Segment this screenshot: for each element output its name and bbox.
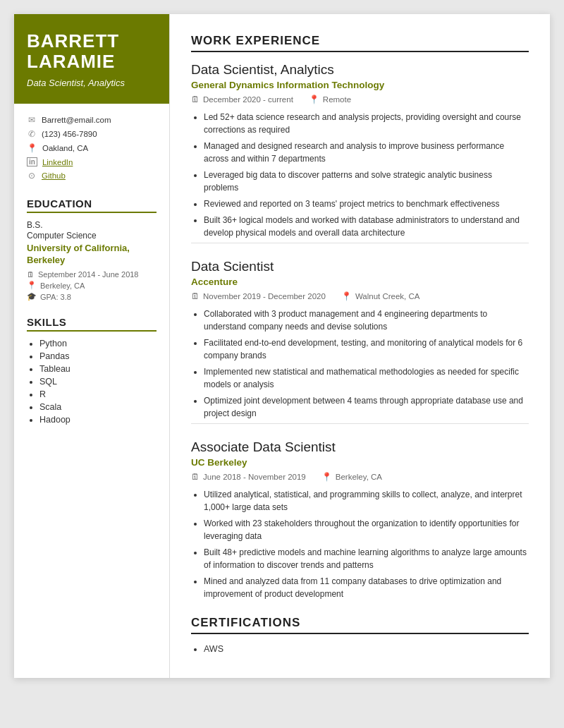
sidebar-header: BARRETTLARAMIE Data Scientist, Analytics [14,14,169,104]
resume-container: BARRETTLARAMIE Data Scientist, Analytics… [14,14,550,678]
sidebar: BARRETTLARAMIE Data Scientist, Analytics… [14,14,169,678]
skill-item: SQL [39,377,157,387]
email-icon: ✉ [27,115,37,125]
calendar-icon: 🗓 [191,472,200,482]
phone-text: (123) 456-7890 [42,130,97,138]
edu-school: University of California, Berkeley [27,243,157,267]
skill-item: Python [39,339,157,348]
education-section: EDUCATION B.S. Computer Science Universi… [14,185,169,303]
calendar-icon: 🗓 [191,95,200,104]
location-text: Oakland, CA [42,144,88,152]
linkedin-item[interactable]: in LinkedIn [27,157,157,166]
calendar-icon: 🗓 [191,291,200,301]
skill-item: Tableau [39,364,157,374]
job-dates: 🗓 November 2019 - December 2020 [191,291,326,301]
location-icon: 📍 [27,143,37,153]
gpa-icon: 🎓 [27,292,37,301]
job-title: Data Scientist [191,259,529,274]
job-company: UC Berkeley [191,457,529,468]
edu-field: Computer Science [27,231,157,241]
job-bullet: Collaborated with 3 product management a… [204,308,529,333]
location-icon: 📍 [309,95,319,104]
job-meta: 🗓 June 2018 - November 2019 📍 Berkeley, … [191,472,529,482]
email-item: ✉ Barrett@email.com [27,115,157,125]
job-meta: 🗓 November 2019 - December 2020 📍 Walnut… [191,291,529,301]
contact-section: ✉ Barrett@email.com ✆ (123) 456-7890 📍 O… [14,104,169,185]
skills-list: PythonPandasTableauSQLRScalaHadoop [27,339,157,425]
github-icon: ⊙ [27,171,37,181]
education-title: EDUCATION [27,198,157,213]
job-company: General Dynamics Information Technology [191,80,529,90]
job-bullets: Utilized analytical, statistical, and pr… [191,488,529,600]
location-icon: 📍 [321,472,332,482]
job-bullet: Leveraged big data to discover patterns … [204,169,529,194]
job-bullet: Built 36+ logical models and worked with… [204,214,529,239]
job-dates: 🗓 June 2018 - November 2019 [191,472,306,482]
job-company: Accenture [191,277,529,287]
github-link[interactable]: Github [42,171,66,180]
job-bullet: Implemented new statistical and mathemat… [204,365,529,391]
github-item[interactable]: ⊙ Github [27,171,157,181]
job-bullet: Managed and designed research and analys… [204,140,529,165]
job-bullet: Led 52+ data science research and analys… [204,111,529,136]
calendar-icon: 🗓 [27,270,35,279]
linkedin-link[interactable]: LinkedIn [42,158,73,166]
edu-location-icon: 📍 [27,281,37,290]
job-title: Associate Data Scientist [191,439,529,455]
job-block: Associate Data Scientist UC Berkeley 🗓 J… [191,439,529,600]
job-bullet: Facilitated end-to-end development, test… [204,336,529,362]
jobs-container: Data Scientist, Analytics General Dynami… [191,62,529,600]
candidate-name: BARRETTLARAMIE [27,31,157,71]
location-icon: 📍 [341,291,352,301]
edu-location: 📍 Berkeley, CA [27,281,157,290]
candidate-title: Data Scientist, Analytics [27,77,157,90]
email-text: Barrett@email.com [42,116,111,124]
edu-dates: 🗓 September 2014 - June 2018 [27,270,157,279]
job-block: Data Scientist, Analytics General Dynami… [191,62,529,243]
edu-degree: B.S. [27,220,157,230]
skill-item: Scala [39,402,157,412]
job-location: 📍 Remote [309,95,351,104]
job-bullet: Built 48+ predictive models and machine … [204,546,529,571]
work-experience-title: WORK EXPERIENCE [191,34,529,52]
cert-item: AWS [204,644,529,654]
job-block: Data Scientist Accenture 🗓 November 2019… [191,259,529,424]
job-bullets: Collaborated with 3 product management a… [191,308,529,420]
job-bullet: Mined and analyzed data from 11 company … [204,575,529,600]
skill-item: Pandas [39,351,157,361]
skill-item: Hadoop [39,415,157,425]
job-meta: 🗓 December 2020 - current 📍 Remote [191,95,529,104]
job-location: 📍 Berkeley, CA [321,472,382,482]
location-item: 📍 Oakland, CA [27,143,157,153]
job-title: Data Scientist, Analytics [191,62,529,78]
job-bullet: Worked with 23 stakeholders throughout t… [204,517,529,542]
skill-item: R [39,389,157,399]
job-location: 📍 Walnut Creek, CA [341,291,420,301]
job-bullet: Reviewed and reported on 3 teams' projec… [204,198,529,210]
job-bullet: Optimized joint development between 4 te… [204,394,529,420]
edu-gpa: 🎓 GPA: 3.8 [27,292,157,301]
skills-title: SKILLS [27,316,157,332]
job-bullets: Led 52+ data science research and analys… [191,111,529,239]
certifications-title: CERTIFICATIONS [191,616,529,634]
main-content: WORK EXPERIENCE Data Scientist, Analytic… [169,14,550,678]
skills-section: SKILLS PythonPandasTableauSQLRScalaHadoo… [14,303,169,427]
job-dates: 🗓 December 2020 - current [191,95,293,104]
linkedin-icon: in [27,157,37,166]
phone-icon: ✆ [27,129,37,139]
phone-item: ✆ (123) 456-7890 [27,129,157,139]
job-bullet: Utilized analytical, statistical, and pr… [204,488,529,514]
certifications-list: AWS [191,644,529,654]
